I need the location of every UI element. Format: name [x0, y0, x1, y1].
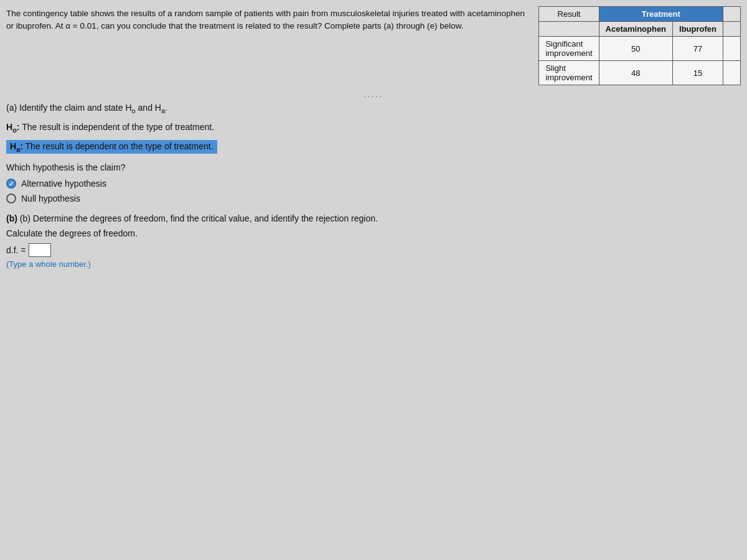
radio-null-label: Null hypothesis — [21, 194, 80, 203]
treatment-header: Treatment — [599, 7, 723, 22]
which-hypothesis-label: Which hypothesis is the claim? — [6, 162, 741, 172]
df-input-line: d.f. = — [6, 243, 741, 257]
row2-val1: 48 — [599, 61, 673, 85]
top-section: The contingency table shows the results … — [6, 6, 741, 85]
row1-val1: 50 — [599, 37, 673, 61]
intro-text: The contingency table shows the results … — [6, 6, 532, 33]
intro-paragraph: The contingency table shows the results … — [6, 9, 525, 30]
result-header-cell: Result — [539, 7, 599, 22]
part-b-text: (b) (b) Determine the degrees of freedom… — [6, 213, 378, 223]
result-subheader — [539, 22, 599, 37]
ha-highlighted: Ha: The result is dependent on the type … — [6, 140, 217, 154]
radio-null[interactable]: Null hypothesis — [6, 194, 741, 203]
acetaminophen-header: Acetaminophen — [599, 22, 673, 37]
dots-divider: ..... — [6, 90, 741, 99]
part-a-text: (a) Identify the claim and state Ho and … — [6, 103, 167, 113]
h0-line: Ho: The result is independent of the typ… — [6, 121, 741, 135]
ha-prefix: Ha: — [10, 141, 23, 151]
row2-val2: 15 — [673, 61, 723, 85]
extra-subheader — [723, 22, 741, 37]
part-b-label: (b) (b) Determine the degrees of freedom… — [6, 213, 741, 223]
contingency-table: Result Treatment Acetaminophen Ibuprofen… — [538, 6, 741, 85]
radio-alternative[interactable]: Alternative hypothesis — [6, 179, 741, 189]
ha-text: The result is dependent on the type of t… — [26, 141, 214, 151]
radio-alternative-label: Alternative hypothesis — [21, 179, 106, 189]
df-input[interactable] — [29, 243, 51, 257]
extra-col — [723, 7, 741, 22]
row1-label: Significant improvement — [539, 37, 599, 61]
calculate-df-label: Calculate the degrees of freedom. — [6, 228, 741, 238]
radio-null-button[interactable] — [6, 194, 16, 203]
ibuprofen-header: Ibuprofen — [673, 22, 723, 37]
row1-extra — [723, 37, 741, 61]
row2-extra — [723, 61, 741, 85]
main-container: The contingency table shows the results … — [0, 0, 747, 560]
row2-label: Slight improvement — [539, 61, 599, 85]
part-a-label: (a) Identify the claim and state Ho and … — [6, 103, 741, 114]
ha-line: Ha: The result is dependent on the type … — [6, 139, 741, 156]
h0-text: The result is independent of the type of… — [22, 122, 214, 132]
df-prefix: d.f. = — [6, 245, 26, 255]
row1-val2: 77 — [673, 37, 723, 61]
type-note: (Type a whole number.) — [6, 259, 741, 269]
h0-prefix: Ho: — [6, 122, 20, 132]
radio-alternative-button[interactable] — [6, 179, 16, 189]
